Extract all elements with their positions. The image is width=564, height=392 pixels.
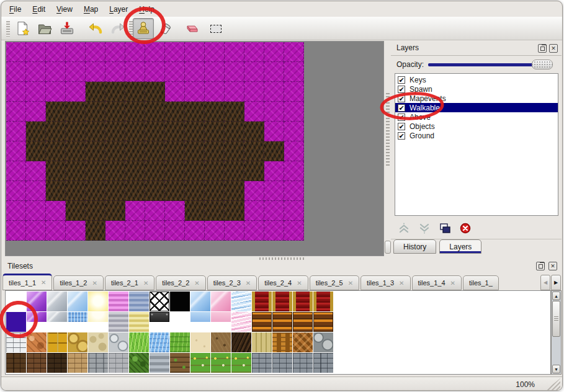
menu-help[interactable]: Help (133, 2, 160, 16)
palette-cell[interactable] (293, 292, 313, 311)
palette-cell[interactable] (252, 353, 272, 373)
palette-cell[interactable] (252, 292, 272, 311)
layer-row-walkable[interactable]: ✔Walkable (395, 103, 558, 112)
palette-cell[interactable] (313, 292, 333, 311)
float-panel-button[interactable] (536, 262, 545, 270)
tileset-tab-tiles_2_3[interactable]: tiles_2_3✕ (207, 275, 257, 290)
palette-cell[interactable] (313, 332, 333, 352)
close-panel-button[interactable]: ✕ (549, 44, 558, 53)
palette-cell[interactable] (272, 312, 292, 332)
palette-cell[interactable] (47, 292, 67, 311)
palette-cell[interactable] (190, 353, 210, 373)
layer-row-spawn[interactable]: ✔Spawn (395, 84, 558, 94)
scrollbar-thumb[interactable] (552, 301, 560, 337)
tileset-tab-tiles_1_2[interactable]: tiles_1_2✕ (53, 275, 103, 290)
layer-row-keys[interactable]: ✔Keys (395, 75, 558, 84)
palette-cell[interactable] (88, 292, 108, 311)
lower-layer-button[interactable] (416, 220, 432, 236)
fill-tool-button[interactable] (158, 20, 175, 37)
map-canvas[interactable] (6, 42, 305, 241)
tab-close-icon[interactable]: ✕ (399, 280, 404, 287)
scroll-tabs-left-button[interactable]: ◀ (540, 275, 550, 290)
tileset-tab-tiles_2_4[interactable]: tiles_2_4✕ (258, 275, 308, 290)
palette-cell[interactable] (68, 353, 87, 373)
layer-row-above[interactable]: ✔Above (395, 112, 558, 122)
palette-cell[interactable] (150, 332, 169, 352)
open-file-button[interactable] (36, 20, 53, 37)
palette-cell[interactable] (211, 332, 231, 352)
palette-cell[interactable] (150, 312, 169, 332)
layer-visibility-checkbox[interactable]: ✔ (398, 95, 405, 102)
palette-cell[interactable] (6, 312, 26, 332)
palette-cell[interactable] (129, 353, 149, 373)
tileset-tab-tiles_2_1[interactable]: tiles_2_1✕ (105, 275, 154, 290)
scroll-down-button[interactable]: ▼ (552, 365, 560, 373)
layer-row-mapevents[interactable]: ✔Mapevents (395, 94, 558, 103)
tileset-tab-tiles_1[interactable]: tiles_1_✕ (463, 275, 499, 290)
layer-visibility-checkbox[interactable]: ✔ (398, 132, 405, 140)
palette-cell[interactable] (129, 332, 149, 352)
palette-cell[interactable] (27, 332, 47, 352)
palette-cell[interactable] (47, 312, 67, 332)
save-button[interactable] (58, 20, 76, 37)
tab-close-icon[interactable]: ✕ (498, 280, 499, 287)
palette-cell[interactable] (6, 353, 26, 373)
tab-layers[interactable]: Layers (439, 239, 481, 254)
palette-cell[interactable] (88, 332, 108, 352)
layer-row-objects[interactable]: ✔Objects (395, 122, 558, 131)
palette-scrollbar[interactable]: ▲ ▼ (551, 290, 562, 375)
palette-cell[interactable] (272, 292, 292, 311)
palette-cell[interactable] (109, 353, 128, 373)
close-panel-button[interactable]: ✕ (548, 262, 557, 270)
layer-row-ground[interactable]: ✔Ground (395, 131, 558, 140)
palette-cell[interactable] (272, 353, 292, 373)
palette-cell[interactable] (293, 332, 313, 352)
float-panel-button[interactable] (538, 44, 547, 53)
layer-visibility-checkbox[interactable]: ✔ (398, 114, 405, 121)
palette-cell[interactable] (272, 332, 292, 352)
palette-cell[interactable] (170, 353, 190, 373)
palette-cell[interactable] (170, 312, 190, 332)
tileset-tab-tiles_1_3[interactable]: tiles_1_3✕ (360, 275, 410, 290)
palette-cell[interactable] (211, 353, 231, 373)
tab-close-icon[interactable]: ✕ (297, 280, 302, 287)
resize-grip[interactable] (545, 378, 560, 390)
palette-cell[interactable] (231, 353, 251, 373)
palette-cell[interactable] (190, 312, 210, 332)
tab-close-icon[interactable]: ✕ (92, 280, 97, 287)
scroll-up-button[interactable]: ▲ (552, 292, 560, 300)
splitter-handle[interactable] (385, 241, 391, 254)
menu-map[interactable]: Map (78, 2, 104, 16)
palette-cell[interactable] (109, 312, 128, 332)
tileset-tab-tiles_1_4[interactable]: tiles_1_4✕ (412, 275, 462, 290)
palette-cell[interactable] (27, 312, 47, 332)
palette-cell[interactable] (109, 292, 128, 311)
palette-cell[interactable] (88, 353, 108, 373)
palette-cell[interactable] (252, 312, 272, 332)
opacity-slider-handle[interactable] (532, 60, 553, 69)
tab-history[interactable]: History (393, 239, 436, 254)
palette-cell[interactable] (211, 312, 231, 332)
layer-visibility-checkbox[interactable]: ✔ (398, 104, 405, 112)
duplicate-layer-button[interactable] (437, 220, 453, 236)
toolbar-grip[interactable] (6, 21, 10, 37)
stamp-tool-button[interactable] (133, 18, 154, 39)
layer-visibility-checkbox[interactable]: ✔ (398, 86, 405, 93)
palette-cell[interactable] (190, 292, 210, 311)
tab-close-icon[interactable]: ✕ (194, 280, 199, 287)
palette-cell[interactable] (129, 312, 149, 332)
tileset-tab-tiles_1_1[interactable]: tiles_1_1✕ (2, 274, 52, 290)
palette-cell[interactable] (68, 312, 87, 332)
raise-layer-button[interactable] (396, 220, 412, 236)
scroll-tabs-right-button[interactable]: ▶ (551, 275, 561, 290)
splitter-grip[interactable] (259, 257, 304, 260)
palette-cell[interactable] (211, 292, 231, 311)
palette-cell[interactable] (293, 312, 313, 332)
menu-layer[interactable]: Layer (104, 2, 133, 16)
menu-file[interactable]: File (4, 2, 27, 16)
layer-visibility-checkbox[interactable]: ✔ (398, 76, 405, 84)
palette-cell[interactable] (150, 292, 169, 311)
palette-cell[interactable] (68, 292, 87, 311)
palette-cell[interactable] (68, 332, 87, 352)
palette-cell[interactable] (293, 353, 313, 373)
